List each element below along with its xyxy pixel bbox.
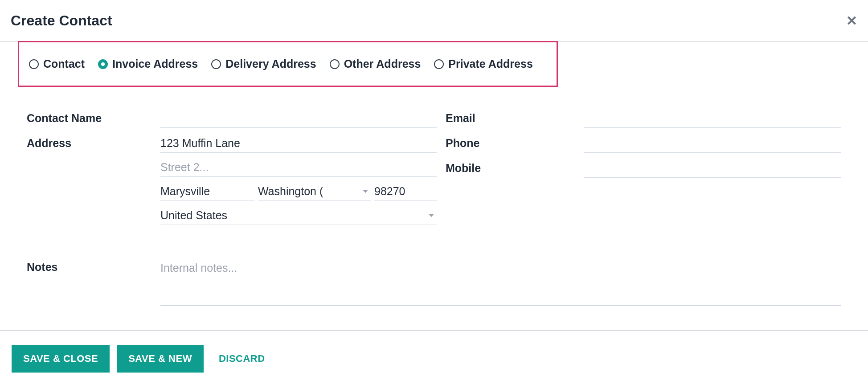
dialog-footer: SAVE & CLOSE SAVE & NEW DISCARD — [0, 330, 868, 377]
radio-label: Contact — [43, 57, 85, 70]
email-label: Email — [446, 109, 584, 125]
form-area: Contact Name Address — [27, 109, 841, 231]
radio-contact[interactable]: Contact — [29, 57, 85, 70]
radio-icon — [434, 59, 444, 69]
radio-invoice-address[interactable]: Invoice Address — [98, 57, 198, 70]
notes-textarea[interactable] — [160, 258, 841, 306]
radio-private-address[interactable]: Private Address — [434, 57, 532, 70]
radio-icon — [98, 59, 108, 69]
radio-icon — [29, 59, 39, 69]
city-state-zip-row — [160, 182, 437, 201]
form-left-column: Contact Name Address — [27, 109, 437, 231]
caret-down-icon — [363, 190, 368, 193]
radio-delivery-address[interactable]: Delivery Address — [211, 57, 316, 70]
caret-down-icon — [429, 214, 434, 217]
discard-button[interactable]: DISCARD — [211, 345, 277, 373]
phone-row: Phone — [446, 134, 841, 153]
contact-name-label: Contact Name — [27, 109, 160, 125]
mobile-label: Mobile — [446, 159, 584, 175]
close-icon[interactable]: ✕ — [846, 13, 857, 29]
dialog-title: Create Contact — [11, 12, 112, 29]
country-input[interactable] — [160, 206, 429, 225]
dialog-content: Contact Invoice Address Delivery Address… — [0, 41, 868, 332]
radio-label: Private Address — [448, 57, 532, 70]
notes-row: Notes — [27, 258, 841, 308]
street2-input[interactable] — [160, 158, 437, 177]
contact-name-input[interactable] — [160, 109, 437, 128]
country-select[interactable] — [160, 206, 437, 225]
email-input[interactable] — [584, 109, 841, 128]
phone-input[interactable] — [584, 134, 841, 153]
state-input[interactable] — [258, 182, 363, 201]
radio-other-address[interactable]: Other Address — [330, 57, 421, 70]
radio-label: Invoice Address — [112, 57, 198, 70]
address-row: Address — [27, 134, 437, 225]
save-new-button[interactable]: SAVE & NEW — [117, 345, 204, 373]
contact-type-radio-group: Contact Invoice Address Delivery Address… — [18, 41, 558, 87]
radio-icon — [330, 59, 340, 69]
mobile-input[interactable] — [584, 159, 841, 178]
dialog-header: Create Contact ✕ — [0, 0, 868, 42]
state-select[interactable] — [258, 182, 371, 201]
zip-input[interactable] — [374, 182, 437, 201]
city-input[interactable] — [160, 182, 254, 201]
address-label: Address — [27, 134, 160, 150]
form-right-column: Email Phone Mobile — [437, 109, 841, 231]
email-row: Email — [446, 109, 841, 128]
radio-label: Other Address — [344, 57, 421, 70]
street1-input[interactable] — [160, 134, 437, 153]
notes-label: Notes — [27, 258, 160, 274]
radio-label: Delivery Address — [225, 57, 316, 70]
radio-dot-icon — [101, 62, 105, 66]
contact-name-row: Contact Name — [27, 109, 437, 128]
radio-icon — [211, 59, 221, 69]
mobile-row: Mobile — [446, 159, 841, 178]
phone-label: Phone — [446, 134, 584, 150]
save-close-button[interactable]: SAVE & CLOSE — [12, 345, 110, 373]
